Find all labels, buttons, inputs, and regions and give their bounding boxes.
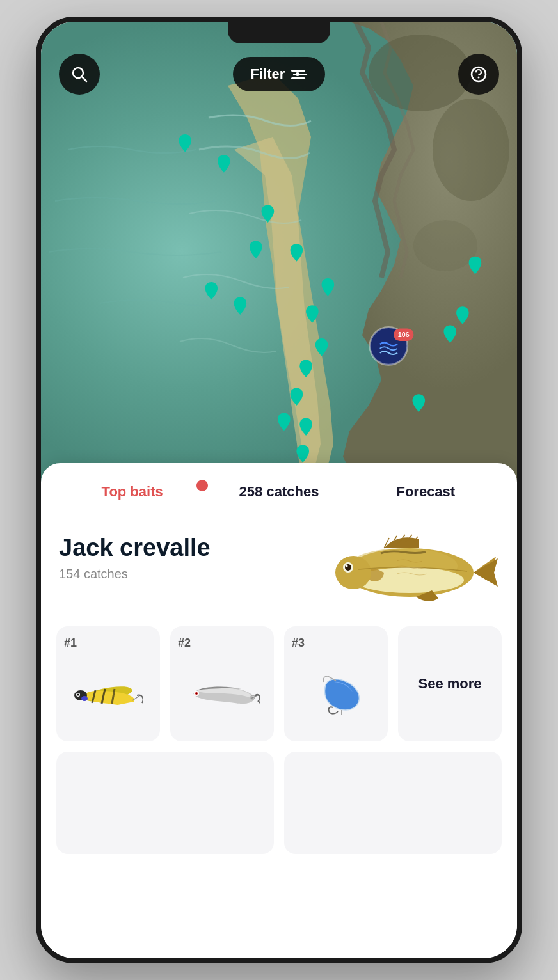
map-section: 106 Filter (41, 22, 517, 482)
bottom-sheet: Top baits 258 catches Forecast Jack crev… (41, 463, 517, 958)
phone-screen: 106 Filter (41, 22, 517, 958)
lure-grid: #1 (41, 621, 517, 747)
filter-label: Filter (251, 66, 285, 83)
phone-wrapper: 106 Filter (0, 0, 558, 980)
tabs-row: Top baits 258 catches Forecast (41, 463, 517, 516)
tab-catches-wrapper: 258 catches (205, 478, 352, 505)
tab-top-baits[interactable]: Top baits (59, 478, 205, 505)
tab-forecast-wrapper: Forecast (353, 478, 499, 505)
filter-icon (291, 70, 307, 79)
lure-rank-3: #3 (292, 636, 305, 650)
second-row-cards (41, 747, 517, 859)
map-controls: Filter (41, 54, 517, 95)
fish-name: Jack crevalle (59, 534, 211, 562)
help-button[interactable] (458, 54, 499, 95)
see-more-label: See more (418, 676, 481, 692)
lure-image-2 (178, 656, 266, 731)
lure-rank-1: #1 (64, 636, 77, 650)
see-more-card[interactable]: See more (398, 626, 502, 741)
svg-point-13 (335, 556, 371, 589)
fish-catches: 154 catches (59, 567, 211, 581)
svg-point-21 (81, 696, 88, 701)
svg-point-3 (413, 220, 477, 271)
svg-point-2 (433, 99, 509, 201)
tab-forecast[interactable]: Forecast (353, 478, 499, 505)
lure-image-3 (292, 656, 380, 731)
svg-point-9 (477, 77, 479, 79)
tab-catches[interactable]: 258 catches (205, 478, 352, 505)
second-row-card-1[interactable] (56, 752, 274, 854)
phone-notch (228, 22, 330, 43)
phone-device: 106 Filter (36, 17, 522, 963)
svg-point-16 (346, 565, 348, 567)
search-button[interactable] (59, 54, 100, 95)
lure-1-svg (73, 676, 143, 711)
lure-card-3[interactable]: #3 (284, 626, 388, 741)
lure-rank-2: #2 (178, 636, 191, 650)
search-icon (70, 65, 88, 83)
lure-3-svg (301, 673, 371, 715)
help-icon (470, 65, 488, 83)
lure-card-2[interactable]: #2 (170, 626, 274, 741)
svg-point-20 (77, 694, 79, 696)
svg-point-15 (345, 564, 351, 571)
lure-image-1 (64, 656, 152, 731)
lure-card-1[interactable]: #1 (56, 626, 160, 741)
second-row-card-2[interactable] (284, 752, 502, 854)
svg-point-24 (196, 693, 197, 694)
fish-info-section: Jack crevalle 154 catches (41, 516, 517, 621)
tab-top-baits-wrapper: Top baits (59, 478, 205, 505)
lure-2-svg (184, 676, 260, 711)
fish-text: Jack crevalle 154 catches (59, 534, 211, 581)
fish-illustration (320, 534, 499, 611)
filter-button[interactable]: Filter (233, 57, 326, 91)
